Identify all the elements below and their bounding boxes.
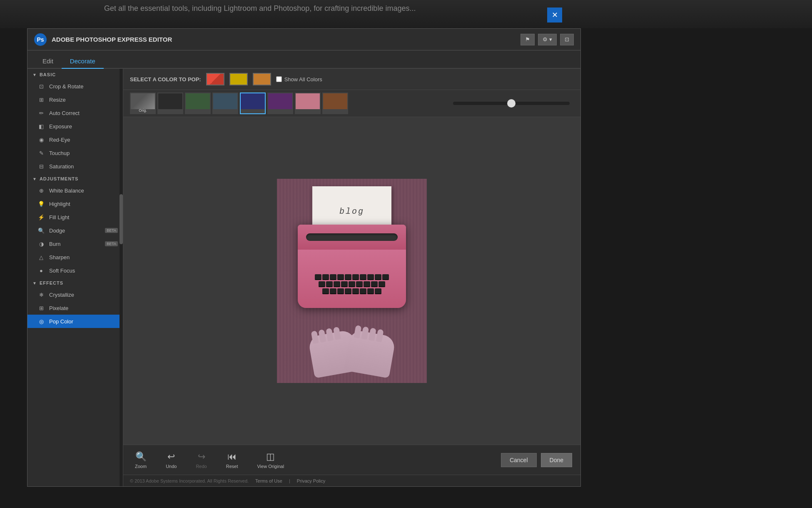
settings-button[interactable]: ⚙ ▾ — [538, 34, 557, 45]
zoom-label: Zoom — [135, 464, 147, 469]
sidebar-item-label: Highlight — [49, 201, 70, 207]
privacy-link[interactable]: Privacy Policy — [297, 478, 325, 483]
sidebar-item-label: Pixelate — [49, 305, 68, 311]
sidebar-item-exposure[interactable]: ◧ Exposure — [27, 120, 123, 133]
zoom-icon: 🔍 — [135, 451, 147, 462]
sidebar-item-crystallize[interactable]: ❄ Crystallize — [27, 288, 123, 301]
sidebar-item-crop-rotate[interactable]: ⊡ Crop & Rotate — [27, 80, 123, 93]
finger — [369, 328, 376, 341]
key — [375, 274, 381, 280]
burn-icon: ◑ — [37, 240, 45, 248]
filter-thumb-purple[interactable] — [267, 93, 293, 114]
section-effects[interactable]: ▼ EFFECTS — [27, 277, 123, 288]
tab-bar: Edit Decorate — [27, 50, 580, 69]
highlight-icon: 💡 — [37, 200, 45, 208]
key — [367, 288, 374, 294]
key — [367, 274, 374, 280]
sidebar-item-label: Exposure — [49, 123, 72, 130]
sidebar: ▼ BASIC ⊡ Crop & Rotate ⊞ Resize ✏ Auto … — [27, 69, 123, 486]
editor-container: Ps ADOBE PHOTOSHOP EXPRESS EDITOR ⚑ ⚙ ▾ … — [27, 28, 581, 487]
redo-button[interactable]: ↪ Redo — [192, 450, 210, 470]
flag-button[interactable]: ⚑ — [521, 34, 535, 45]
sidebar-item-saturation[interactable]: ⊟ Saturation — [27, 160, 123, 173]
key — [352, 288, 359, 294]
crop-rotate-icon: ⊡ — [37, 83, 45, 90]
photo-container: blog — [277, 179, 427, 383]
select-color-label: SELECT A COLOR TO POP: — [130, 76, 201, 83]
filter-thumb-dark[interactable] — [157, 93, 183, 114]
image-area: blog — [123, 117, 580, 445]
window-close-button[interactable]: ✕ — [547, 8, 562, 23]
sidebar-scrollbar[interactable] — [120, 69, 123, 486]
show-all-label: Show All Colors — [284, 76, 322, 83]
hand-right — [344, 329, 396, 378]
key — [364, 281, 370, 287]
sidebar-item-label: Burn — [49, 241, 60, 247]
color-swatch-yellow[interactable] — [229, 73, 248, 85]
zoom-button[interactable]: 🔍 Zoom — [132, 450, 150, 470]
sidebar-item-resize[interactable]: ⊞ Resize — [27, 93, 123, 106]
sharpen-icon: △ — [37, 253, 45, 261]
filter-thumb-blue[interactable] — [240, 93, 266, 114]
footer-separator: | — [289, 478, 290, 483]
sidebar-item-dodge[interactable]: 🔍 Dodge BETA — [27, 224, 123, 237]
pixelate-icon: ⊞ — [37, 304, 45, 312]
sidebar-item-label: Dodge — [49, 228, 65, 234]
redo-icon: ↪ — [198, 451, 205, 462]
filter-thumb-preview — [296, 93, 320, 109]
key — [319, 281, 325, 287]
tab-decorate[interactable]: Decorate — [62, 54, 104, 69]
section-basic[interactable]: ▼ BASIC — [27, 69, 123, 80]
show-all-colors-checkbox[interactable]: Show All Colors — [276, 76, 322, 83]
show-all-input[interactable] — [276, 76, 282, 82]
sidebar-item-fill-light[interactable]: ⚡ Fill Light — [27, 210, 123, 224]
sidebar-item-white-balance[interactable]: ⊕ White Balance — [27, 184, 123, 197]
toolbar-right: Cancel Done — [501, 453, 572, 467]
footer-copyright: © 2013 Adobe Systems Incorporated. All R… — [130, 478, 249, 483]
paper-text: blog — [339, 207, 364, 216]
filter-thumb-warm[interactable] — [322, 93, 348, 114]
cancel-button[interactable]: Cancel — [501, 453, 537, 467]
filter-thumb-preview — [323, 93, 347, 109]
typewriter-body — [298, 225, 406, 308]
sidebar-item-pixelate[interactable]: ⊞ Pixelate — [27, 301, 123, 315]
slider-thumb[interactable] — [507, 99, 516, 108]
terms-link[interactable]: Terms of Use — [255, 478, 282, 483]
sidebar-item-soft-focus[interactable]: ● Soft Focus — [27, 264, 123, 277]
key — [322, 274, 329, 280]
key — [382, 274, 389, 280]
key — [322, 288, 329, 294]
key — [360, 274, 366, 280]
undo-icon: ↩ — [167, 451, 175, 462]
filter-thumb-teal[interactable] — [212, 93, 238, 114]
fingers-left — [311, 327, 341, 344]
undo-button[interactable]: ↩ Undo — [162, 450, 180, 470]
sidebar-item-touchup[interactable]: ✎ Touchup — [27, 146, 123, 160]
section-adjustments[interactable]: ▼ ADJUSTMENTS — [27, 173, 123, 184]
sidebar-item-sharpen[interactable]: △ Sharpen — [27, 250, 123, 264]
sidebar-item-highlight[interactable]: 💡 Highlight — [27, 197, 123, 210]
filter-thumb-original[interactable]: Orig. — [130, 93, 156, 114]
filter-thumb-preview — [213, 93, 237, 109]
filter-slider[interactable] — [453, 102, 570, 105]
sidebar-item-burn[interactable]: ◑ Burn BETA — [27, 237, 123, 250]
filter-thumb-green[interactable] — [185, 93, 211, 114]
footer: © 2013 Adobe Systems Incorporated. All R… — [123, 475, 580, 486]
sidebar-item-pop-color[interactable]: ◎ Pop Color — [27, 315, 123, 328]
sidebar-item-red-eye[interactable]: ◉ Red-Eye — [27, 133, 123, 146]
view-original-button[interactable]: ◫ View Original — [254, 450, 287, 470]
color-swatch-orange[interactable] — [253, 73, 271, 85]
sidebar-item-auto-correct[interactable]: ✏ Auto Correct — [27, 106, 123, 120]
adjustments-label: ADJUSTMENTS — [40, 176, 79, 181]
fullscreen-button[interactable]: ⊡ — [560, 34, 574, 45]
tab-edit[interactable]: Edit — [34, 54, 62, 69]
filter-thumb-pink[interactable] — [295, 93, 321, 114]
key — [371, 281, 378, 287]
view-original-label: View Original — [257, 464, 284, 469]
key — [330, 274, 336, 280]
exposure-icon: ◧ — [37, 123, 45, 130]
reset-button[interactable]: ⏮ Reset — [223, 450, 242, 470]
done-button[interactable]: Done — [541, 453, 572, 467]
sidebar-item-label: White Balance — [49, 188, 84, 194]
color-swatch-red[interactable] — [206, 73, 224, 85]
